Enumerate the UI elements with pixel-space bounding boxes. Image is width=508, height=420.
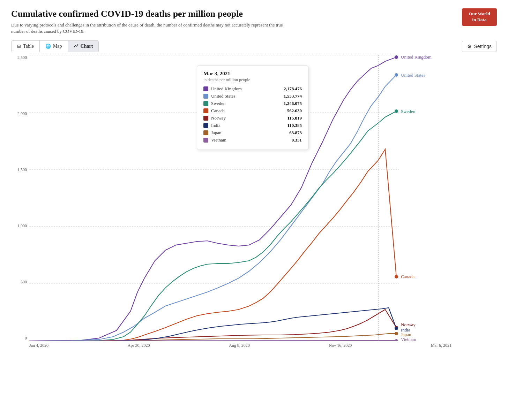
svg-point-13 bbox=[395, 332, 398, 335]
tooltip-unit: in deaths per million people bbox=[203, 77, 302, 83]
x-label-apr: Apr 30, 2020 bbox=[128, 343, 150, 348]
svg-point-10 bbox=[395, 275, 398, 278]
tooltip-country: Japan bbox=[211, 130, 275, 136]
tooltip-row: India 110.385 bbox=[203, 123, 302, 128]
label-uk: United Kingdom bbox=[401, 55, 432, 60]
chart-tooltip: Mar 3, 2021 in deaths per million people… bbox=[197, 66, 308, 150]
tooltip-row: Sweden 1,246.075 bbox=[203, 101, 302, 106]
tab-map[interactable]: 🌐 Map bbox=[40, 41, 68, 52]
tooltip-value: 63.873 bbox=[277, 130, 302, 136]
tooltip-swatch bbox=[203, 123, 208, 128]
tooltip-country: Sweden bbox=[211, 101, 275, 106]
table-icon: ⊞ bbox=[17, 44, 21, 49]
tooltip-country: Norway bbox=[211, 115, 275, 121]
tooltip-value: 115.819 bbox=[277, 115, 302, 121]
chart-tabs: ⊞ Table 🌐 Map Chart bbox=[11, 40, 99, 52]
tab-table[interactable]: ⊞ Table bbox=[12, 41, 40, 52]
tab-chart-label: Chart bbox=[81, 44, 93, 49]
page-title: Cumulative confirmed COVID-19 deaths per… bbox=[11, 8, 297, 19]
tooltip-date: Mar 3, 2021 bbox=[203, 71, 302, 77]
tooltip-swatch bbox=[203, 116, 208, 121]
y-label-2000: 2,000 bbox=[11, 111, 27, 116]
tooltip-swatch bbox=[203, 130, 208, 135]
settings-label: Settings bbox=[474, 44, 492, 49]
tooltip-swatch bbox=[203, 108, 208, 113]
tab-table-label: Table bbox=[23, 44, 34, 49]
label-us: United States bbox=[401, 72, 425, 78]
y-label-0: 0 bbox=[11, 336, 27, 341]
tooltip-row: United Kingdom 2,178.476 bbox=[203, 86, 302, 92]
tooltip-row: Norway 115.819 bbox=[203, 115, 302, 121]
svg-point-14 bbox=[395, 339, 398, 341]
map-icon: 🌐 bbox=[45, 44, 51, 49]
tooltip-value: 562.630 bbox=[277, 108, 302, 114]
y-label-1500: 1,500 bbox=[11, 167, 27, 173]
label-sw: Sweden bbox=[401, 109, 416, 114]
tooltip-country: United Kingdom bbox=[211, 86, 275, 92]
tooltip-swatch bbox=[203, 86, 208, 91]
svg-point-12 bbox=[395, 327, 398, 330]
tooltip-swatch bbox=[203, 94, 208, 99]
tooltip-country: Vietnam bbox=[211, 137, 275, 143]
tooltip-row: Vietnam 0.351 bbox=[203, 137, 302, 143]
svg-point-7 bbox=[395, 55, 398, 59]
tooltip-row: Japan 63.873 bbox=[203, 130, 302, 136]
owid-logo: Our Worldin Data bbox=[462, 8, 497, 26]
tab-bar: ⊞ Table 🌐 Map Chart ⚙ Settings bbox=[11, 40, 497, 52]
label-ca: Canada bbox=[401, 274, 414, 279]
tooltip-country: United States bbox=[211, 93, 275, 99]
tooltip-swatch bbox=[203, 101, 208, 106]
chart-area: 2,500 2,000 1,500 1,000 500 0 bbox=[11, 55, 497, 348]
settings-button[interactable]: ⚙ Settings bbox=[462, 41, 497, 52]
label-vn: Vietnam bbox=[401, 337, 416, 341]
svg-point-9 bbox=[395, 109, 398, 113]
tooltip-value: 1,533.774 bbox=[277, 93, 302, 99]
tooltip-value: 1,246.075 bbox=[277, 101, 302, 106]
y-label-1000: 1,000 bbox=[11, 223, 27, 229]
label-jp: Japan bbox=[401, 332, 411, 337]
x-label-mar: Mar 6, 2021 bbox=[431, 343, 451, 348]
tooltip-value: 110.385 bbox=[277, 123, 302, 128]
tooltip-swatch bbox=[203, 138, 208, 143]
tooltip-value: 2,178.476 bbox=[277, 86, 302, 92]
label-no: Norway bbox=[401, 322, 416, 327]
tooltip-row: Canada 562.630 bbox=[203, 108, 302, 114]
tooltip-value: 0.351 bbox=[277, 137, 302, 143]
x-label-nov: Nov 16, 2020 bbox=[329, 343, 352, 348]
tooltip-country: Canada bbox=[211, 108, 275, 114]
tooltip-row: United States 1,533.774 bbox=[203, 93, 302, 99]
tab-map-label: Map bbox=[53, 44, 62, 49]
y-label-500: 500 bbox=[11, 280, 27, 285]
x-label-aug: Aug 8, 2020 bbox=[229, 343, 250, 348]
chart-icon bbox=[74, 43, 79, 49]
x-axis: Jan 4, 2020 Apr 30, 2020 Aug 8, 2020 Nov… bbox=[11, 341, 497, 348]
page-subtitle: Due to varying protocols and challenges … bbox=[11, 22, 297, 35]
tooltip-country: India bbox=[211, 123, 275, 128]
svg-point-8 bbox=[395, 73, 398, 77]
y-label-2500: 2,500 bbox=[11, 55, 27, 60]
settings-icon: ⚙ bbox=[467, 44, 472, 49]
tab-chart[interactable]: Chart bbox=[68, 41, 99, 52]
x-label-jan: Jan 4, 2020 bbox=[29, 343, 48, 348]
